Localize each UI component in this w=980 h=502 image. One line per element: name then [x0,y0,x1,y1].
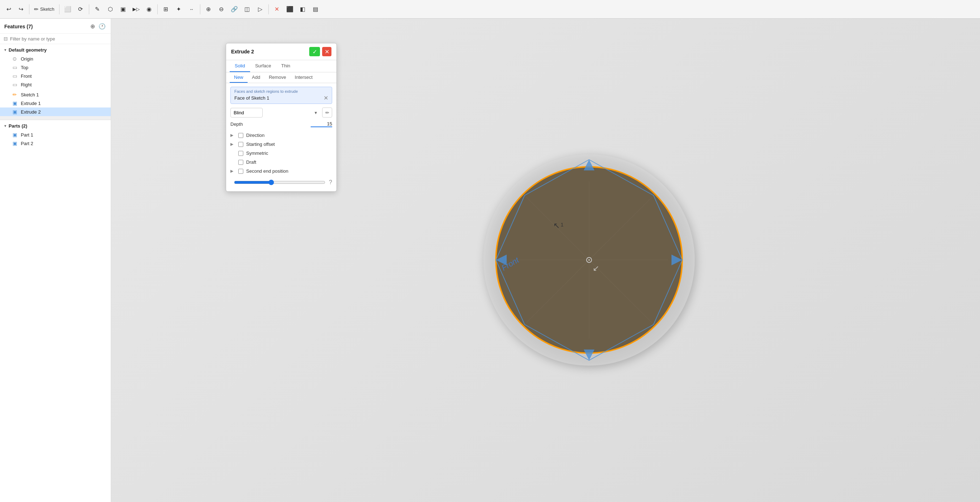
help-button[interactable]: ? [329,179,332,186]
sidebar-header: Features (7) ⊕ 🕐 [0,19,111,34]
profile-clear-button[interactable]: ✕ [324,95,328,102]
sidebar: Features (7) ⊕ 🕐 ⊟ ▾ Default geometry ⊙ … [0,19,111,502]
subtab-new[interactable]: New [230,72,248,83]
fillet-btn[interactable]: ▶▷ [130,3,142,15]
starting-offset-option[interactable]: ▶ Starting offset [231,140,332,149]
dialog-ok-button[interactable]: ✓ [309,47,320,56]
default-geometry-label: Default geometry [9,47,46,53]
mirror-btn[interactable]: ↔ [186,3,197,15]
depth-slider[interactable] [234,180,325,185]
subtab-add[interactable]: Add [248,72,264,83]
revolve-btn[interactable]: ⟳ [75,3,86,15]
assembly-btn[interactable]: 🔗 [229,3,240,15]
front-plane-item[interactable]: ▭ Front [0,71,111,80]
chamfer-btn[interactable]: ◉ [143,3,155,15]
tab-surface[interactable]: Surface [250,60,276,72]
section-btn[interactable]: ◫ [242,3,253,15]
right-plane-item[interactable]: ▭ Right [0,80,111,89]
type-row: Blind Through All Up to Face Up to Verte… [231,108,332,118]
top-plane-icon: ▭ [11,65,18,70]
draft-option[interactable]: Draft [231,158,332,167]
second-end-checkbox[interactable] [238,169,243,174]
draft-checkbox[interactable] [238,160,243,165]
symmetric-label: Symmetric [246,151,268,156]
new-sketch-btn[interactable]: ⬜ [62,3,73,15]
divider-3 [89,4,89,14]
sketch-button[interactable]: ✏ Sketch [32,3,57,15]
second-end-option[interactable]: ▶ Second end position [231,167,332,176]
origin-item[interactable]: ⊙ Origin [0,54,111,63]
add-feature-button[interactable]: ⊕ [89,22,95,30]
parts-chevron-icon: ▾ [4,124,6,128]
history-button[interactable]: 🕐 [98,22,107,30]
part1-item[interactable]: ▣ Part 1 [0,130,111,139]
divider-1 [29,4,29,14]
pattern-btn[interactable]: ✦ [173,3,185,15]
depth-input[interactable] [311,121,332,127]
type-select[interactable]: Blind Through All Up to Face Up to Verte… [231,108,262,118]
view-btn[interactable]: ▤ [310,3,321,15]
symmetric-checkbox[interactable] [238,151,243,156]
sidebar-header-actions: ⊕ 🕐 [89,22,107,30]
depth-row: Depth [231,121,332,127]
right-label: Right [21,82,32,87]
boolean-btn[interactable]: ⊞ [160,3,172,15]
second-end-expand-icon: ▶ [231,169,235,173]
display-btn[interactable]: ⬛ [284,3,296,15]
tab-solid[interactable]: Solid [230,60,250,72]
subtab-intersect[interactable]: Intersect [291,72,317,83]
second-end-label: Second end position [246,168,288,174]
top-label: Top [21,65,28,70]
divider-6 [268,4,269,14]
default-geometry-group[interactable]: ▾ Default geometry [0,46,111,54]
direction-checkbox[interactable] [238,133,243,138]
cancel-toolbar-btn[interactable]: ✕ [271,3,283,15]
transform-btn[interactable]: ✎ [92,3,103,15]
tab-thin[interactable]: Thin [276,60,295,72]
render-btn[interactable]: ◧ [297,3,309,15]
part2-icon: ▣ [11,140,18,146]
part2-item[interactable]: ▣ Part 2 [0,139,111,148]
svg-text:↙: ↙ [593,264,599,272]
right-plane-icon: ▭ [11,82,18,87]
direction-expand-icon: ▶ [231,133,235,138]
canvas-area[interactable]: ↙ Front ↖ 1 Extrude 2 ✓ ✕ Solid Surface [111,19,980,502]
undo-button[interactable]: ↩ [3,3,14,15]
extrude2-item[interactable]: ▣ Extrude 2 [0,108,111,116]
sim-btn[interactable]: ▷ [255,3,266,15]
sidebar-scrollbar [0,116,111,120]
measure-btn[interactable]: ⊕ [203,3,214,15]
parts-section: ▾ Parts (2) ▣ Part 1 ▣ Part 2 [0,120,111,149]
profile-field: Faces and sketch regions to extrude Face… [231,87,332,104]
dialog-header: Extrude 2 ✓ ✕ [226,43,336,60]
main-area: Features (7) ⊕ 🕐 ⊟ ▾ Default geometry ⊙ … [0,19,980,502]
divider-4 [157,4,158,14]
direction-option[interactable]: ▶ Direction [231,131,332,140]
search-row: ⊟ [0,34,111,44]
sketch-group: ✏ Sketch [32,3,57,15]
extrude2-label: Extrude 2 [21,109,41,114]
extrude2-icon: ▣ [11,109,18,114]
subtab-remove[interactable]: Remove [264,72,290,83]
symmetric-option[interactable]: Symmetric [231,149,332,158]
draft-label: Draft [246,159,256,165]
parts-group[interactable]: ▾ Parts (2) [0,121,111,130]
top-plane-item[interactable]: ▭ Top [0,63,111,71]
front-label: Front [21,73,32,79]
import-btn[interactable]: ⊖ [216,3,227,15]
origin-icon: ⊙ [11,56,18,62]
cursor-label: 1 [561,222,564,227]
origin-label: Origin [21,56,33,62]
redo-button[interactable]: ↪ [15,3,27,15]
shell-btn[interactable]: ⬡ [105,3,116,15]
dialog-cancel-button[interactable]: ✕ [322,47,331,56]
search-input[interactable] [10,36,107,41]
edit-type-button[interactable]: ✏ [322,108,332,118]
extrude-btn[interactable]: ▣ [118,3,129,15]
chevron-down-icon: ▾ [4,48,6,52]
extrude1-item[interactable]: ▣ Extrude 1 [0,99,111,108]
starting-offset-label: Starting offset [246,141,275,147]
starting-offset-checkbox[interactable] [238,142,243,147]
extrude1-label: Extrude 1 [21,101,41,106]
sketch1-item[interactable]: ✏ Sketch 1 [0,90,111,99]
